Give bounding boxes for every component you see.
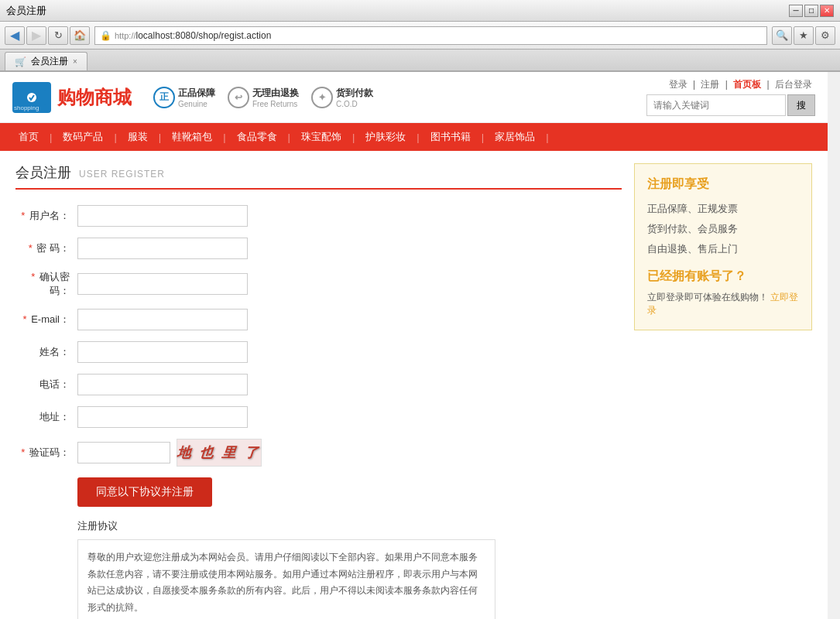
benefits-panel: 注册即享受 正品保障、正规发票 货到付款、会员服务 自由退换、售后上门 已经拥有… bbox=[634, 163, 812, 330]
already-have-account-title: 已经拥有账号了？ bbox=[647, 268, 799, 285]
title-bar: 会员注册 ─ □ ✕ bbox=[0, 0, 840, 22]
search-input[interactable] bbox=[646, 94, 786, 116]
name-row: 姓名： bbox=[15, 341, 622, 363]
nav-clothing[interactable]: 服装 bbox=[117, 123, 159, 151]
captcha-label: * 验证码： bbox=[15, 446, 77, 460]
settings-button[interactable]: ⚙ bbox=[815, 26, 835, 45]
badge-genuine-title: 正品保障 bbox=[178, 87, 215, 100]
trust-badges: 正 正品保障 Genuine ↩ 无理由退换 Free Returns ✦ bbox=[153, 87, 373, 108]
page-title-sub: USER REGISTER bbox=[79, 169, 165, 180]
email-row: * E-mail： bbox=[15, 309, 622, 330]
forward-button[interactable]: ▶ bbox=[26, 26, 46, 45]
nav-digital[interactable]: 数码产品 bbox=[52, 123, 114, 151]
benefit-2: 货到付款、会员服务 bbox=[647, 222, 799, 236]
svg-rect-2 bbox=[33, 85, 41, 91]
close-button[interactable]: ✕ bbox=[820, 5, 834, 17]
phone-label: 电话： bbox=[15, 378, 77, 392]
username-label: * 用户名： bbox=[15, 209, 77, 223]
agreement-p1: 尊敬的用户欢迎您注册成为本网站会员。请用户仔细阅读以下全部内容。如果用户不同意本… bbox=[87, 549, 485, 616]
phone-input[interactable] bbox=[77, 374, 248, 395]
returns-icon: ↩ bbox=[228, 87, 249, 108]
name-input[interactable] bbox=[77, 341, 248, 363]
home-button[interactable]: 🏠 bbox=[70, 26, 90, 45]
captcha-area: 地 也 里 了 bbox=[77, 439, 262, 467]
registration-form: * 用户名： * 密 码： * 确认密码： bbox=[15, 205, 622, 519]
register-link[interactable]: 注册 bbox=[701, 79, 719, 90]
favorites-button[interactable]: ★ bbox=[794, 26, 814, 45]
nav-beauty[interactable]: 护肤彩妆 bbox=[355, 123, 417, 151]
benefit-1: 正品保障、正规发票 bbox=[647, 202, 799, 216]
badge-cod-title: 货到付款 bbox=[336, 87, 373, 100]
nav-shoes[interactable]: 鞋靴箱包 bbox=[161, 123, 223, 151]
header-right: 登录 | 注册 | 首页板 | 后台登录 搜 bbox=[646, 78, 815, 116]
refresh-button[interactable]: ↻ bbox=[48, 26, 68, 45]
confirm-input[interactable] bbox=[77, 273, 248, 295]
main-content: 会员注册 USER REGISTER * 用户名： * 密 码： bbox=[15, 163, 622, 619]
captcha-row: * 验证码： 地 也 里 了 bbox=[15, 439, 622, 467]
name-label: 姓名： bbox=[15, 345, 77, 359]
tab-label: 会员注册 bbox=[31, 55, 68, 68]
login-link[interactable]: 登录 bbox=[669, 79, 687, 90]
password-row: * 密 码： bbox=[15, 238, 622, 259]
site-name: 购物商城 bbox=[57, 85, 132, 110]
address-input[interactable] bbox=[77, 406, 248, 428]
genuine-icon: 正 bbox=[153, 87, 175, 108]
cod-icon: ✦ bbox=[311, 87, 333, 108]
main-navigation: 首页 | 数码产品 | 服装 | 鞋靴箱包 | 食品零食 | 珠宝配饰 | 护肤… bbox=[0, 123, 828, 151]
dashboard-link[interactable]: 首页板 bbox=[733, 79, 761, 90]
confirm-label: * 确认密码： bbox=[15, 270, 77, 298]
username-input[interactable] bbox=[77, 205, 248, 227]
minimize-button[interactable]: ─ bbox=[789, 5, 803, 17]
nav-home-decor[interactable]: 家居饰品 bbox=[484, 123, 546, 151]
nav-food[interactable]: 食品零食 bbox=[226, 123, 288, 151]
captcha-text: 地 也 里 了 bbox=[177, 443, 262, 462]
security-icon: 🔒 bbox=[100, 30, 111, 41]
submit-button[interactable]: 同意以下协议并注册 bbox=[77, 477, 212, 507]
badge-returns: ↩ 无理由退换 Free Returns bbox=[228, 87, 299, 108]
nav-home[interactable]: 首页 bbox=[8, 123, 50, 151]
email-input[interactable] bbox=[77, 309, 248, 330]
logo-icon: shopping bbox=[12, 82, 51, 113]
url-scheme: http:// bbox=[115, 31, 136, 40]
tab-bar: 🛒 会员注册 × bbox=[0, 50, 840, 71]
password-input[interactable] bbox=[77, 238, 248, 259]
address-bar[interactable]: 🔒 http:// localhost:8080/shop/regist.act… bbox=[94, 26, 767, 45]
nav-books[interactable]: 图书书籍 bbox=[420, 123, 482, 151]
badge-returns-title: 无理由退换 bbox=[252, 87, 299, 100]
nav-jewelry[interactable]: 珠宝配饰 bbox=[290, 123, 352, 151]
captcha-image[interactable]: 地 也 里 了 bbox=[177, 439, 262, 467]
tab-favicon: 🛒 bbox=[15, 56, 26, 67]
site-header: shopping 购物商城 正 正品保障 Genuine ↩ 无理由退换 Fre… bbox=[0, 72, 828, 123]
search-bar: 搜 bbox=[646, 94, 815, 116]
title-text: 会员注册 bbox=[6, 4, 46, 18]
active-tab[interactable]: 🛒 会员注册 × bbox=[5, 52, 87, 70]
svg-rect-1 bbox=[22, 85, 30, 91]
page-content-area: 会员注册 USER REGISTER * 用户名： * 密 码： bbox=[0, 151, 828, 619]
account-prompt-text: 立即登录即可体验在线购物！ bbox=[647, 292, 768, 303]
password-label: * 密 码： bbox=[15, 241, 77, 255]
search-button[interactable]: 搜 bbox=[787, 94, 815, 116]
back-button[interactable]: ◀ bbox=[5, 26, 25, 45]
captcha-input[interactable] bbox=[77, 442, 170, 463]
badge-cod-sub: C.O.D bbox=[336, 100, 373, 108]
search-button[interactable]: 🔍 bbox=[772, 26, 792, 45]
badge-cod: ✦ 货到付款 C.O.D bbox=[311, 87, 373, 108]
confirm-row: * 确认密码： bbox=[15, 270, 622, 298]
address-row: 地址： bbox=[15, 406, 622, 428]
logo-area: shopping 购物商城 正 正品保障 Genuine ↩ 无理由退换 Fre… bbox=[12, 82, 373, 113]
username-row: * 用户名： bbox=[15, 205, 622, 227]
page-title-main: 会员注册 bbox=[15, 163, 71, 182]
benefit-3: 自由退换、售后上门 bbox=[647, 242, 799, 256]
admin-link[interactable]: 后台登录 bbox=[775, 79, 812, 90]
email-label: * E-mail： bbox=[15, 313, 77, 327]
address-label: 地址： bbox=[15, 410, 77, 424]
badge-genuine-sub: Genuine bbox=[178, 100, 215, 108]
header-nav-links: 登录 | 注册 | 首页板 | 后台登录 bbox=[666, 78, 815, 91]
phone-row: 电话： bbox=[15, 374, 622, 395]
page-content: shopping 购物商城 正 正品保障 Genuine ↩ 无理由退换 Fre… bbox=[0, 72, 828, 619]
badge-returns-sub: Free Returns bbox=[252, 100, 299, 108]
restore-button[interactable]: □ bbox=[804, 5, 818, 17]
sidebar: 注册即享受 正品保障、正规发票 货到付款、会员服务 自由退换、售后上门 已经拥有… bbox=[634, 163, 812, 619]
tab-close-button[interactable]: × bbox=[73, 57, 77, 66]
agreement-box[interactable]: 尊敬的用户欢迎您注册成为本网站会员。请用户仔细阅读以下全部内容。如果用户不同意本… bbox=[77, 539, 495, 619]
